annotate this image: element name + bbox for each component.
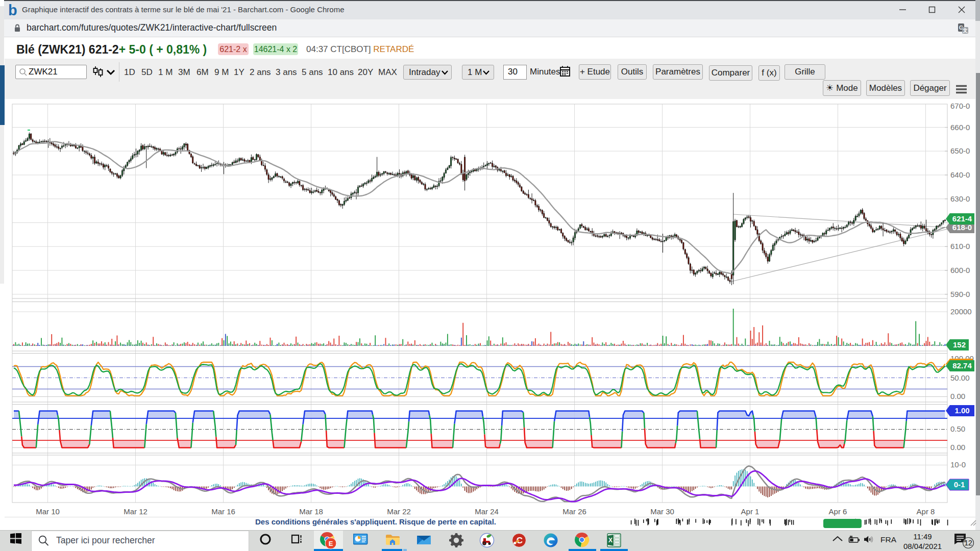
svg-text:E: E	[329, 540, 333, 547]
svg-text:660-0: 660-0	[950, 123, 970, 132]
svg-text:Mar 26: Mar 26	[562, 507, 586, 516]
svg-text:Apr 6: Apr 6	[829, 507, 847, 516]
svg-text:12: 12	[964, 539, 972, 547]
svg-text:0.00: 0.00	[950, 443, 965, 452]
svg-text:Mar 12: Mar 12	[124, 507, 148, 516]
svg-text:0-1: 0-1	[954, 480, 965, 489]
svg-text:0.00: 0.00	[950, 392, 965, 400]
svg-text:20000: 20000	[950, 307, 972, 316]
svg-text:Mar 30: Mar 30	[650, 507, 674, 516]
svg-text:Mar 16: Mar 16	[211, 507, 235, 516]
svg-text:670-0: 670-0	[950, 102, 970, 110]
svg-text:Apr 8: Apr 8	[917, 507, 935, 516]
svg-text:650-0: 650-0	[950, 146, 970, 155]
svg-text:152: 152	[953, 340, 966, 349]
svg-text:640-0: 640-0	[950, 170, 970, 179]
svg-text:82.74: 82.74	[952, 361, 972, 370]
svg-text:Mar 10: Mar 10	[36, 507, 60, 516]
svg-text:0.50: 0.50	[950, 424, 965, 433]
svg-text:Mar 18: Mar 18	[299, 507, 323, 516]
svg-text:Apr 1: Apr 1	[741, 507, 760, 516]
svg-text:1.00: 1.00	[954, 406, 969, 415]
svg-text:X: X	[608, 537, 612, 544]
svg-text:630-0: 630-0	[950, 194, 970, 203]
svg-text:10-0: 10-0	[950, 460, 966, 469]
svg-text:Mar 24: Mar 24	[475, 507, 499, 516]
svg-text:610-0: 610-0	[950, 242, 970, 251]
svg-text:600-0: 600-0	[950, 266, 970, 274]
svg-text:621-4: 621-4	[952, 214, 972, 223]
svg-text:50.00: 50.00	[950, 373, 970, 382]
svg-text:Mar 22: Mar 22	[387, 507, 411, 516]
svg-text:590-0: 590-0	[950, 290, 970, 298]
